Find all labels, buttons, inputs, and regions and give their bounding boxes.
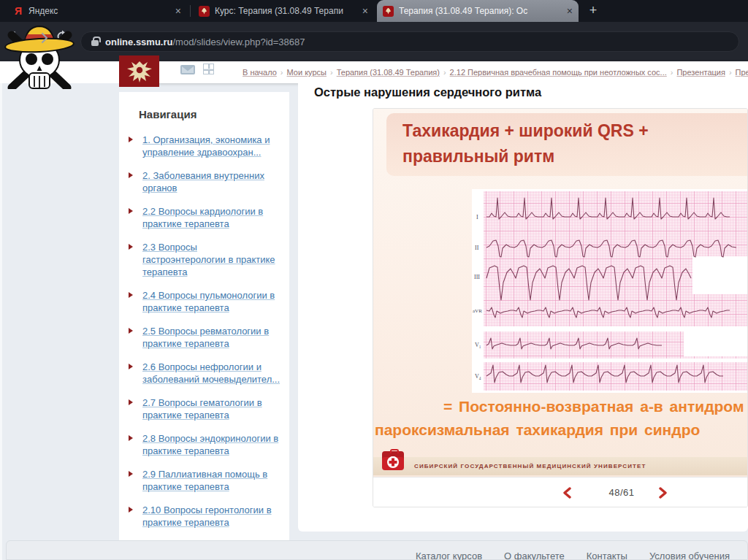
nav-link-2-10[interactable]: 2.10 Вопросы геронтологии в практике тер… <box>142 505 272 528</box>
ecg-lead-label: V₁ <box>475 342 481 348</box>
tab-course[interactable]: Курс: Терапия (31.08.49 Терапи × <box>193 0 374 22</box>
footer-link-faculty[interactable]: О факультете <box>504 551 565 560</box>
nav-link-2-5[interactable]: 2.5 Вопросы ревматологии в практике тера… <box>142 326 269 349</box>
slide-canvas: Тахикардия + широкий QRS + правильный ри… <box>373 109 748 477</box>
tab-bar: Я Яндекс × Курс: Терапия (31.08.49 Терап… <box>0 0 748 22</box>
nav-link-2-2[interactable]: 2.2 Вопросы кардиологии в практике терап… <box>142 206 263 229</box>
ecg-lead-label: aVR <box>473 308 482 314</box>
tab-yandex[interactable]: Я Яндекс × <box>7 0 187 22</box>
nav-link-1[interactable]: 1. Организация, экономика и управление з… <box>142 134 270 158</box>
nav-item: 2.6 Вопросы нефрологии и заболеваний моч… <box>126 361 282 386</box>
nav-item: 2.9 Паллиативная помощь в практике терап… <box>126 468 282 493</box>
ecg-lead-label: III <box>474 274 480 280</box>
ecg-lead-label: I <box>476 214 478 220</box>
nav-item: 1. Организация, экономика и управление з… <box>126 134 282 158</box>
nav-link-2-3[interactable]: 2.3 Вопросы гастроэнтерологии в практике… <box>142 242 275 277</box>
site-footer: Каталог курсов О факультете Контакты Усл… <box>6 540 748 560</box>
breadcrumb-separator: › <box>729 68 732 77</box>
nav-item: 2.3 Вопросы гастроэнтерологии в практике… <box>126 241 282 278</box>
url-domain: online.ssmu.ru <box>105 37 172 47</box>
nav-item: 2.10 Вопросы геронтологии в практике тер… <box>126 504 282 529</box>
lock-icon <box>91 40 99 46</box>
course-nav-list: 1. Организация, экономика и управление з… <box>126 134 282 529</box>
nav-link-2-6[interactable]: 2.6 Вопросы нефрологии и заболеваний моч… <box>142 361 280 385</box>
triangle-bullet-icon <box>129 172 133 178</box>
yandex-favicon: Я <box>13 5 23 17</box>
ssmu-favicon <box>383 6 394 17</box>
browser-toolbar: online.ssmu.ru/mod/slides/view.php?id=38… <box>0 22 748 61</box>
back-icon[interactable] <box>7 31 19 42</box>
sidebar-title: Навигация <box>139 108 289 120</box>
messages-icon[interactable] <box>180 65 195 74</box>
university-name: СИБИРСКИЙ ГОСУДАРСТВЕННЫЙ МЕДИЦИНСКИЙ УН… <box>414 463 646 469</box>
footer-link-terms[interactable]: Условия обучения <box>649 551 730 560</box>
footer-link-contacts[interactable]: Контакты <box>587 551 627 560</box>
ecg-white-patch <box>684 331 748 356</box>
triangle-bullet-icon <box>129 328 133 334</box>
nav-link-2-4[interactable]: 2.4 Вопросы пульмонологии в практике тер… <box>142 290 275 313</box>
triangle-bullet-icon <box>129 399 133 405</box>
nav-item: 2.7 Вопросы гематологии в практике терап… <box>126 396 282 421</box>
slide-title-line1: Тахикардия + широкий QRS + <box>402 118 649 144</box>
ecg-lead-label: II <box>475 245 479 251</box>
slide-counter: 48/61 <box>592 487 651 498</box>
breadcrumb-separator: › <box>443 68 446 77</box>
previous-slide-button[interactable] <box>562 487 572 499</box>
nav-item: 2.4 Вопросы пульмонологии в практике тер… <box>126 289 282 314</box>
ecg-lead-label: V₄ <box>475 373 481 380</box>
nav-item: 2.5 Вопросы ревматологии в практике тера… <box>126 325 282 350</box>
nav-link-2-8[interactable]: 2.8 Вопросы эндокринологии в практике те… <box>142 433 278 456</box>
triangle-bullet-icon <box>129 208 133 214</box>
nav-item: 2.8 Вопросы эндокринологии в практике те… <box>126 432 282 457</box>
breadcrumb-course[interactable]: Терапия (31.08.49 Терапия) <box>337 68 440 77</box>
breadcrumb-my-courses[interactable]: Мои курсы <box>287 68 327 77</box>
first-aid-cross-icon <box>386 456 400 469</box>
breadcrumb-separator: › <box>330 68 333 77</box>
nav-item: 2.2 Вопросы кардиологии в практике терап… <box>126 205 282 230</box>
tab-separator <box>190 5 191 17</box>
browser-window: Я Яндекс × Курс: Терапия (31.08.49 Терап… <box>0 0 748 560</box>
tab-close-icon[interactable]: × <box>175 6 181 16</box>
university-emblem-icon <box>125 58 154 85</box>
reload-icon[interactable] <box>56 30 69 43</box>
nav-link-2[interactable]: 2. Заболевания внутренних органов <box>142 170 264 193</box>
nav-item: 2. Заболевания внутренних органов <box>126 169 282 194</box>
address-bar[interactable]: online.ssmu.ru/mod/slides/view.php?id=38… <box>80 31 739 52</box>
tab-close-icon[interactable]: × <box>362 6 368 16</box>
slide-title-line2: правильный ритм <box>402 144 649 169</box>
tab-title: Яндекс <box>28 6 170 16</box>
next-slide-button[interactable] <box>658 487 668 499</box>
nav-link-2-7[interactable]: 2.7 Вопросы гематологии в практике терап… <box>142 397 262 421</box>
tab-title: Курс: Терапия (31.08.49 Терапи <box>215 6 357 16</box>
breadcrumb-presentation-current[interactable]: Презентация <box>736 68 748 77</box>
new-tab-button[interactable]: + <box>584 2 602 20</box>
footer-link-catalog[interactable]: Каталог курсов <box>416 551 482 560</box>
footer-links: Каталог курсов О факультете Контакты Усл… <box>416 551 730 560</box>
university-logo[interactable] <box>119 55 159 87</box>
triangle-bullet-icon <box>129 292 133 298</box>
ssmu-favicon <box>199 6 210 17</box>
apps-grid-icon[interactable] <box>203 64 214 74</box>
presentation-viewer: Тахикардия + широкий QRS + правильный ри… <box>373 108 748 507</box>
breadcrumb-home[interactable]: В начало <box>243 68 277 77</box>
breadcrumb: В начало›Мои курсы›Терапия (31.08.49 Тер… <box>243 61 748 83</box>
breadcrumb-separator: › <box>671 68 673 77</box>
triangle-bullet-icon <box>129 435 133 441</box>
main-content-panel: Острые нарушения сердечного ритма Тахика… <box>298 83 748 532</box>
tab-presentation-active[interactable]: Терапия (31.08.49 Терапия): Ос × <box>377 0 579 22</box>
url-text: online.ssmu.ru/mod/slides/view.php?id=38… <box>105 37 305 47</box>
ecg-image: I II III aVR V₁ V₄ <box>472 189 748 393</box>
forward-icon[interactable] <box>38 32 50 44</box>
breadcrumb-section[interactable]: 2.12 Первичная врачебная помощь при неот… <box>450 68 667 77</box>
tab-close-icon[interactable]: × <box>567 6 573 16</box>
slide-pagination-bar: 48/61 <box>373 477 747 507</box>
triangle-bullet-icon <box>129 507 133 513</box>
triangle-bullet-icon <box>129 471 133 477</box>
page-left-gutter <box>0 83 119 560</box>
slide-caption-line1: = Постоянно-возвратная а-в антидром <box>443 398 744 415</box>
nav-link-2-9[interactable]: 2.9 Паллиативная помощь в практике терап… <box>142 469 267 492</box>
triangle-bullet-icon <box>129 137 133 142</box>
page-title: Острые нарушения сердечного ритма <box>314 85 541 99</box>
breadcrumb-presentation[interactable]: Презентация <box>676 68 725 77</box>
triangle-bullet-icon <box>129 364 133 369</box>
